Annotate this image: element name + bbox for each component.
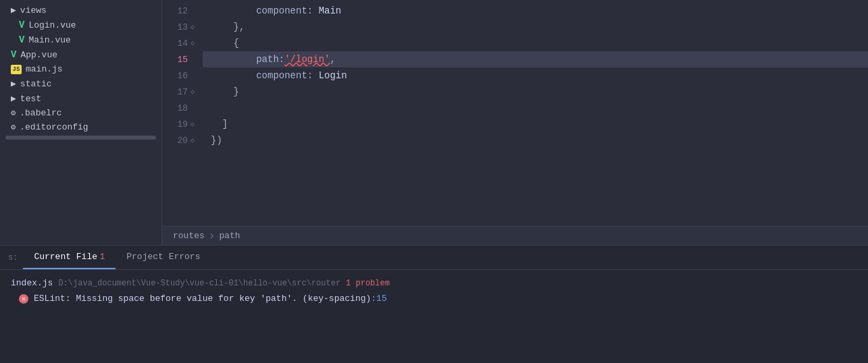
sidebar-scrollbar[interactable] (5, 136, 156, 140)
error-detail-row: ✕ ESLint: Missing space before value for… (0, 291, 868, 306)
code-token: { (211, 38, 239, 49)
sidebar-item-editorconfig[interactable]: ⚙ .editorconfig (0, 120, 161, 134)
code-token: Main (319, 5, 342, 16)
code-line-15: path:'/login', (203, 51, 868, 67)
sidebar-item-label: .editorconfig (20, 122, 88, 132)
code-line-18 (203, 100, 868, 116)
line-num-16: 16 (169, 71, 188, 81)
sidebar-item-views[interactable]: ▶ views (0, 3, 161, 18)
line-num-row-20: 20 ◇ (162, 132, 203, 148)
panel-tab-prefix: s: (3, 246, 23, 269)
panel-tabs: s: Current File 1 Project Errors (0, 246, 868, 270)
code-token: }) (211, 135, 222, 146)
fold-gutter-14: ◇ (188, 39, 197, 47)
gear-icon: ⚙ (11, 108, 16, 118)
breadcrumb-separator: › (209, 230, 215, 242)
fold-gutter-19: ◇ (188, 120, 197, 128)
sidebar-item-main-vue[interactable]: V Main.vue (0, 32, 161, 47)
sidebar-item-test[interactable]: ▶ test (0, 91, 161, 106)
code-token: component: (211, 70, 319, 81)
code-line-20: }) (203, 132, 868, 148)
tab-project-errors-label: Project Errors (126, 252, 200, 262)
code-line-16: component: Login (203, 67, 868, 84)
fold-gutter-17: ◇ (188, 88, 197, 96)
error-circle-icon: ✕ (19, 294, 28, 304)
code-token: component: (211, 5, 319, 16)
vue-icon: V (11, 49, 16, 60)
tab-current-file-badge: 1 (100, 252, 105, 262)
vue-icon: V (19, 20, 24, 30)
code-token: } (211, 86, 239, 97)
line-num-15: 15 (169, 55, 188, 65)
error-filename: index.js (11, 278, 53, 288)
code-line-12: component: Main (203, 3, 868, 19)
breadcrumb-part-2: path (219, 231, 240, 241)
sidebar-item-label: views (20, 5, 47, 16)
main-area: ▶ views V Login.vue V Main.vue V App.vue… (0, 0, 868, 245)
js-icon: JS (11, 65, 22, 74)
vue-icon: V (19, 34, 24, 45)
error-count-badge: 1 problem (346, 279, 390, 288)
line-num-14: 14 (169, 38, 188, 49)
tab-project-errors[interactable]: Project Errors (116, 246, 211, 269)
line-num-row-12: 12 (162, 3, 203, 19)
code-line-14: { (203, 35, 868, 51)
breadcrumb: routes › path (162, 226, 868, 245)
sidebar-item-label: test (20, 94, 41, 104)
error-filepath: D:\java_document\Vue-Study\vue-cli-01\he… (58, 279, 340, 288)
error-message: ESLint: Missing space before value for k… (34, 294, 371, 304)
sidebar-item-babelrc[interactable]: ⚙ .babelrc (0, 106, 161, 120)
line-num-row-17: 17 ◇ (162, 84, 203, 100)
sidebar-item-label: static (20, 79, 52, 89)
sidebar-item-label: .babelrc (20, 108, 61, 118)
gear-icon: ⚙ (11, 122, 16, 132)
editor: 12 13 ◇ 14 ◇ 15 16 (162, 0, 868, 245)
sidebar-item-static[interactable]: ▶ static (0, 76, 161, 91)
error-file-row: index.js D:\java_document\Vue-Study\vue-… (0, 275, 868, 291)
code-line-17: } (203, 84, 868, 100)
sidebar-item-label: Login.vue (28, 20, 76, 30)
breadcrumb-part-1: routes (173, 231, 205, 241)
error-line-ref: :15 (371, 294, 386, 304)
bottom-panel: s: Current File 1 Project Errors index.j… (0, 245, 868, 363)
sidebar-item-login-vue[interactable]: V Login.vue (0, 18, 161, 32)
fold-gutter-13: ◇ (188, 23, 197, 31)
line-num-row-13: 13 ◇ (162, 19, 203, 35)
sidebar: ▶ views V Login.vue V Main.vue V App.vue… (0, 0, 162, 245)
line-num-13: 13 (169, 22, 188, 32)
line-num-19: 19 (169, 119, 188, 130)
line-num-17: 17 (169, 87, 188, 97)
line-num-row-19: 19 ◇ (162, 116, 203, 132)
fold-gutter-20: ◇ (188, 136, 197, 144)
code-line-19: ] (203, 116, 868, 132)
line-num-row-16: 16 (162, 67, 203, 84)
code-area: 12 13 ◇ 14 ◇ 15 16 (162, 0, 868, 226)
sidebar-item-label: main.js (26, 64, 63, 74)
code-line-13: }, (203, 19, 868, 35)
sidebar-item-app-vue[interactable]: V App.vue (0, 47, 161, 62)
sidebar-item-label: Main.vue (28, 35, 70, 45)
code-token: ] (211, 119, 228, 130)
line-num-row-14: 14 ◇ (162, 35, 203, 51)
tab-current-file-label: Current File (34, 252, 97, 262)
line-num-18: 18 (169, 103, 188, 113)
folder-icon: ▶ (11, 78, 16, 89)
line-num-20: 20 (169, 136, 188, 146)
panel-content: index.js D:\java_document\Vue-Study\vue-… (0, 270, 868, 363)
line-num-12: 12 (169, 6, 188, 16)
code-token: path: (211, 54, 284, 65)
sidebar-item-main-js[interactable]: JS main.js (0, 62, 161, 76)
line-numbers: 12 13 ◇ 14 ◇ 15 16 (162, 0, 203, 226)
tab-current-file[interactable]: Current File 1 (23, 246, 116, 269)
code-token: Login (319, 70, 347, 81)
code-token: , (330, 54, 335, 65)
code-token: }, (211, 22, 245, 32)
code-lines: component: Main }, { path:'/login', (203, 0, 868, 226)
line-num-row-15: 15 (162, 51, 203, 67)
folder-icon: ▶ (11, 93, 16, 104)
sidebar-item-label: App.vue (20, 50, 57, 60)
folder-icon: ▶ (11, 5, 16, 16)
line-num-row-18: 18 (162, 100, 203, 116)
code-token: '/login' (284, 54, 330, 65)
